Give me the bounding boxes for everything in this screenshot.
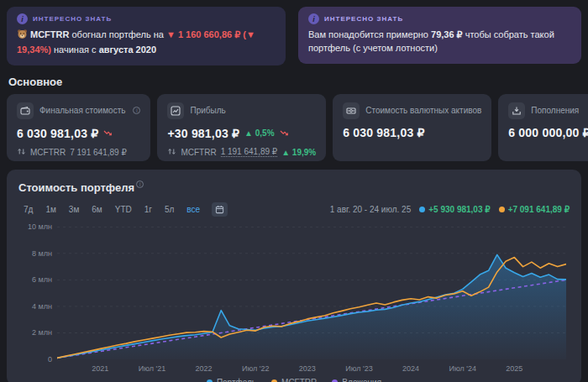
benchmark-value-tooltip[interactable]: 1 191 641,89 ₽ [221,147,278,157]
card-value: +30 981,03 ₽ [167,127,239,140]
x-axis-tick: 2022 [196,364,213,373]
series-totals: +5 930 981,03 ₽+7 091 641,89 ₽ [419,205,570,214]
y-axis-tick: 10 млн [18,222,52,231]
range-button-all[interactable]: все [181,202,205,217]
banner-text: Вам понадобится примерно 79,36 ₽ чтобы с… [308,29,571,55]
legend-label: Вложения [342,378,381,382]
series-color-dot [419,207,425,212]
bear-emoji-icon [17,29,28,44]
card-label: Пополнения [531,106,579,115]
card-value: 6 000 000,00 ₽ [508,126,588,139]
card-value-row: 6 030 981,03 ₽ [343,126,481,139]
banner-text: MCFTRR обогнал портфель на ▼ 1 160 660,8… [17,29,276,57]
card-label: Прибыль [190,106,225,115]
card-deposits: Пополнения 6 000 000,00 ₽ [498,94,588,161]
text-segment: начиная с [51,44,99,55]
amount: 79,36 ₽ [431,29,463,39]
card-value: 6 030 981,03 ₽ [343,126,424,139]
range-button-6m[interactable]: 6м [87,202,107,217]
change-badge: ▲ 0,5% [244,128,274,138]
card-header: Прибыль [167,102,316,119]
y-axis-tick: 8 млн [18,249,52,258]
y-axis-tick: 6 млн [18,275,52,284]
series-color-dot [499,207,505,212]
card-value-row: 6 000 000,00 ₽ [508,126,588,139]
range-button-ytd[interactable]: YTD [110,202,137,217]
legend-item-вложения[interactable]: Вложения [332,378,381,382]
compare-icon [167,147,176,158]
interesting-badge: ИНТЕРЕСНО ЗНАТЬ [17,13,276,24]
down-trend-icon [103,126,113,141]
card-profit: Прибыль +30 981,03 ₽ ▲ 0,5% MCFTRR 1 191… [157,94,326,161]
card-label: Стоимость валютных активов [365,106,481,115]
legend-item-mcftrr[interactable]: MCFTRR [271,378,317,382]
card-final-value: Финальная стоимость 6 030 981,03 ₽ MCFTR… [7,94,150,161]
profit-chart-icon [167,102,184,119]
x-axis-tick: Июл '23 [345,364,373,373]
chart-area: 02 млн4 млн6 млн8 млн10 млн 2021Июл '212… [18,222,570,376]
y-axis-tick: 2 млн [18,328,52,337]
tooltip-info-icon[interactable] [133,107,140,114]
benchmark-label: MCFTRR [181,148,216,157]
range-button-7d[interactable]: 7д [18,202,38,217]
benchmark-row: MCFTRR 1 191 641,89 ₽ ▲ 19,9% [167,147,316,158]
card-value-row: 6 030 981,03 ₽ [17,126,140,141]
card-header: Стоимость валютных активов [343,102,481,119]
benchmark-label: MCFTRR [30,148,66,157]
range-button-1y[interactable]: 1г [139,202,157,217]
chart-controls: 7д 1м 3м 6м YTD 1г 5л все 1 авг. 20 - 24… [18,202,570,217]
x-axis-tick: Июл '21 [139,364,166,373]
calendar-button[interactable] [212,202,228,217]
tooltip-info-icon[interactable] [136,181,144,188]
chart-title: Стоимость портфеля [18,181,134,194]
card-currency-assets: Стоимость валютных активов 6 030 981,03 … [333,94,491,161]
badge-label: ИНТЕРЕСНО ЗНАТЬ [324,15,403,23]
x-axis-tick: 2025 [506,364,522,373]
card-header: Пополнения [508,102,588,119]
banner-benchmark-comparison: ИНТЕРЕСНО ЗНАТЬ MCFTRR обогнал портфель … [7,7,286,65]
benchmark-change-badge: ▲ 19,9% [281,148,316,157]
range-button-5y[interactable]: 5л [160,202,179,217]
down-trend-icon [280,126,289,141]
info-banners-row: ИНТЕРЕСНО ЗНАТЬ MCFTRR обогнал портфель … [0,0,588,65]
legend-item-портфель[interactable]: Портфель [207,378,256,382]
date-range-label: 1 авг. 20 - 24 июл. 25 [330,205,412,214]
info-icon [17,13,28,24]
text-segment: августа 2020 [99,44,156,55]
benchmark-value: 7 191 641,89 ₽ [70,148,127,157]
x-axis-labels: 2021Июл '212022Июл '222023Июл '232024Июл… [57,364,566,376]
x-axis-tick: 2023 [299,364,316,373]
series-total-value: +7 091 641,89 ₽ [508,205,570,214]
x-axis-tick: Июл '24 [449,364,476,373]
text-segment: Вам понадобится примерно [308,29,431,39]
summary-cards-row: Финальная стоимость 6 030 981,03 ₽ MCFTR… [0,94,588,161]
benchmark-row: MCFTRR 7 191 641,89 ₽ [17,147,140,158]
banner-lot-price: ИНТЕРЕСНО ЗНАТЬ Вам понадобится примерно… [298,7,581,64]
x-axis-tick: 2021 [92,364,108,373]
series-total-value: +5 930 981,03 ₽ [428,205,490,214]
card-header: Финальная стоимость [17,102,140,119]
chart-period-summary: 1 авг. 20 - 24 июл. 25 +5 930 981,03 ₽+7… [330,205,570,214]
compare-icon [17,147,26,158]
x-axis-tick: 2024 [402,364,419,373]
deposit-icon [508,102,525,119]
portfolio-value-panel: Стоимость портфеля 7д 1м 3м 6м YTD 1г 5л… [7,170,581,382]
time-range-selector: 7д 1м 3м 6м YTD 1г 5л все [18,202,228,217]
y-axis-tick: 4 млн [18,302,52,311]
y-axis-tick: 0 [18,355,52,364]
wallet-icon [17,102,34,119]
range-button-3m[interactable]: 3м [64,202,84,217]
series-total: +7 091 641,89 ₽ [499,205,570,214]
chart-plot[interactable] [57,222,566,359]
series-total: +5 930 981,03 ₽ [419,205,490,214]
info-icon [308,13,319,24]
chart-legend: ПортфельMCFTRRВложения [18,378,570,382]
legend-label: MCFTRR [281,378,317,382]
banknote-icon [343,102,360,119]
card-value: 6 030 981,03 ₽ [17,127,98,140]
card-value-row: +30 981,03 ₽ ▲ 0,5% [167,126,316,141]
range-button-1m[interactable]: 1м [40,202,60,217]
section-title-main: Основное [8,76,588,88]
text-segment: MCFTRR [30,29,69,39]
x-axis-tick: Июл '22 [242,364,270,373]
